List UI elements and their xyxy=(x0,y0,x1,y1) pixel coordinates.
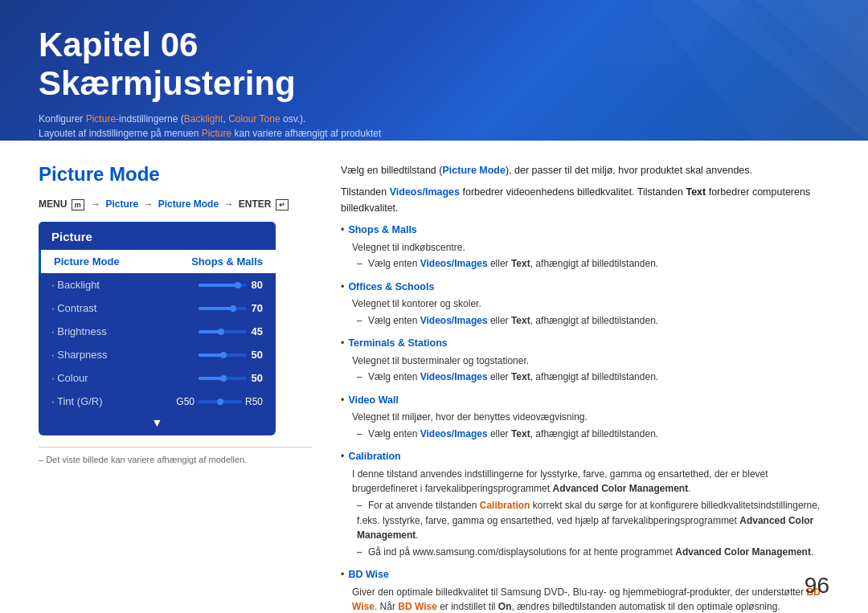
picture-ui-box: Picture Picture Mode Shops & Malls · Bac… xyxy=(39,222,276,435)
colour-label: · Colour xyxy=(51,372,88,384)
brightness-row: · Brightness 45 xyxy=(39,320,276,343)
contrast-label: · Contrast xyxy=(51,302,96,314)
page-header: Kapitel 06 Skærmjustering Konfigurer Pic… xyxy=(0,0,868,141)
backlight-label: · Backlight xyxy=(51,279,100,291)
sharpness-slider[interactable]: 50 xyxy=(199,349,263,361)
brightness-label: · Brightness xyxy=(51,325,107,337)
picture-box-header: Picture xyxy=(39,222,276,250)
list-item-terminals: Terminals & Stations Velegnet til buster… xyxy=(341,336,829,385)
list-item-offices: Offices & Schools Velegnet til kontorer … xyxy=(341,280,829,329)
shops-title: Shops & Malls xyxy=(341,223,829,238)
calibration-desc: I denne tilstand anvendes indstillingern… xyxy=(341,467,829,497)
videowall-sub: Vælg enten Videos/Images eller Text, afh… xyxy=(341,427,829,442)
shops-sub: Vælg enten Videos/Images eller Text, afh… xyxy=(341,256,829,272)
offices-sub: Vælg enten Videos/Images eller Text, afh… xyxy=(341,313,829,329)
picture-mode-value: Shops & Malls xyxy=(191,255,263,268)
calibration-sub2: Gå ind på www.samsung.com/displaysolutio… xyxy=(341,545,829,560)
footnote: – Det viste billede kan variere afhængig… xyxy=(39,447,312,466)
terminals-title: Terminals & Stations xyxy=(341,336,829,351)
videowall-title: Video Wall xyxy=(341,393,829,408)
offices-title: Offices & Schools xyxy=(341,280,829,295)
shops-desc: Velegnet til indkøbscentre. xyxy=(341,240,829,255)
list-item-shops: Shops & Malls Velegnet til indkøbscentre… xyxy=(341,223,829,272)
intro-line2: Tilstanden Videos/Images forbedrer video… xyxy=(341,185,829,216)
list-item-videowall: Video Wall Velegnet til miljøer, hvor de… xyxy=(341,393,829,442)
backlight-slider[interactable]: 80 xyxy=(199,279,263,291)
videowall-desc: Velegnet til miljøer, hvor der benyttes … xyxy=(341,410,829,425)
contrast-slider[interactable]: 70 xyxy=(199,302,263,314)
colour-slider[interactable]: 50 xyxy=(199,372,263,384)
offices-desc: Velegnet til kontorer og skoler. xyxy=(341,296,829,312)
backlight-row: · Backlight 80 xyxy=(39,273,276,296)
tint-row: · Tint (G/R) G50 R50 xyxy=(39,390,276,413)
calibration-sub1: For at anvende tilstanden Calibration ko… xyxy=(341,498,829,543)
picture-mode-label: Picture Mode xyxy=(54,255,120,268)
main-content: Picture Mode MENU m → Picture → Picture … xyxy=(0,141,868,613)
intro-line1: Vælg en billedtilstand (Picture Mode), d… xyxy=(341,163,829,178)
sharpness-label: · Sharpness xyxy=(51,349,107,361)
colour-row: · Colour 50 xyxy=(39,366,276,390)
chevron-down-icon[interactable]: ▼ xyxy=(39,413,276,435)
list-item-bdwise: BD Wise Giver den optimale billedkvalite… xyxy=(341,567,829,613)
page-number: 96 xyxy=(805,573,829,599)
brightness-slider[interactable]: 45 xyxy=(199,325,263,337)
section-title: Picture Mode xyxy=(39,163,312,186)
tint-label: · Tint (G/R) xyxy=(51,395,103,407)
list-item-calibration: Calibration I denne tilstand anvendes in… xyxy=(341,449,829,559)
calibration-title: Calibration xyxy=(341,449,829,464)
menu-path: MENU m → Picture → Picture Mode → ENTER … xyxy=(39,198,312,210)
sharpness-row: · Sharpness 50 xyxy=(39,343,276,366)
terminals-desc: Velegnet til busterminaler og togstation… xyxy=(341,353,829,369)
bdwise-title: BD Wise xyxy=(341,567,829,582)
bdwise-desc: Giver den optimale billedkvalitet til Sa… xyxy=(341,585,829,613)
picture-mode-list: Shops & Malls Velegnet til indkøbscentre… xyxy=(341,223,829,613)
contrast-row: · Contrast 70 xyxy=(39,296,276,320)
picture-mode-row[interactable]: Picture Mode Shops & Malls xyxy=(39,250,276,273)
right-column: Vælg en billedtilstand (Picture Mode), d… xyxy=(341,163,829,597)
left-column: Picture Mode MENU m → Picture → Picture … xyxy=(39,163,312,597)
tint-slider[interactable]: G50 R50 xyxy=(176,396,263,407)
terminals-sub: Vælg enten Videos/Images eller Text, afh… xyxy=(341,370,829,385)
